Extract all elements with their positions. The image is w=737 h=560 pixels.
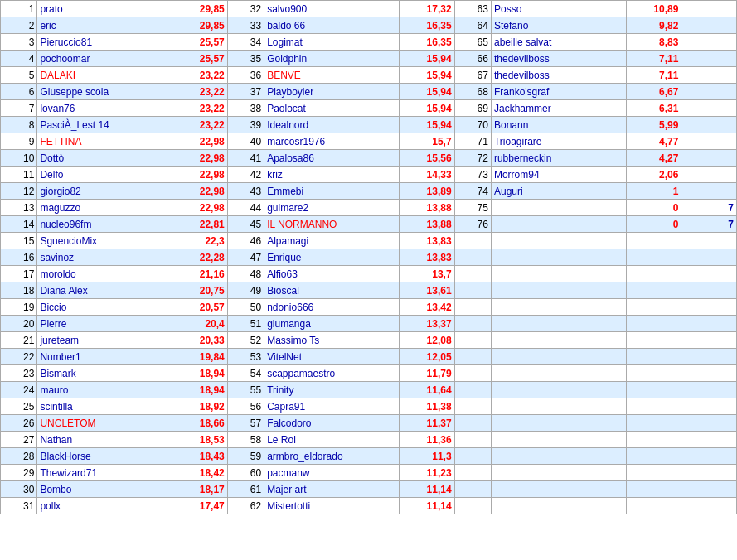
player-score-1: 18,53 — [172, 432, 228, 448]
rank-3: 76 — [454, 216, 491, 233]
rank-3 — [454, 481, 491, 498]
player-score-2: 15,94 — [399, 117, 454, 133]
rank-3 — [454, 415, 491, 432]
player-score-1: 18,43 — [172, 448, 228, 465]
player-score-2: 13,61 — [399, 282, 454, 299]
player-score-1: 29,85 — [172, 17, 228, 34]
player-score-3 — [626, 282, 681, 299]
player-score-1: 22,98 — [172, 167, 228, 183]
player-name-2: Falcodoro — [264, 415, 400, 432]
rank-3: 73 — [454, 167, 491, 183]
rank-3: 64 — [454, 17, 491, 34]
table-row: 7lovan7623,2238Paolocat15,9469Jackhammer… — [1, 100, 737, 117]
player-extra-3 — [681, 1, 737, 17]
player-score-3: 7,11 — [626, 67, 681, 84]
player-score-2: 16,35 — [399, 17, 454, 34]
player-score-3 — [626, 465, 681, 481]
table-row: 2eric29,8533baldo 6616,3564Stefano9,82 — [1, 17, 737, 34]
rank-3 — [454, 382, 491, 398]
table-row: 21jureteam20,3352Massimo Ts12,08 — [1, 332, 737, 349]
player-score-3: 2,06 — [626, 167, 681, 183]
rank-2: 42 — [227, 167, 264, 183]
player-name-1: giorgio82 — [37, 183, 172, 200]
player-score-2: 13,42 — [399, 299, 454, 316]
rank-2: 57 — [227, 415, 264, 432]
player-name-3 — [491, 216, 626, 233]
player-score-3 — [626, 415, 681, 432]
rank-3 — [454, 233, 491, 249]
rank-2: 53 — [227, 349, 264, 365]
player-name-1: maguzzo — [37, 200, 172, 216]
rank-2: 54 — [227, 365, 264, 382]
player-name-2: Massimo Ts — [264, 332, 400, 349]
player-name-3 — [491, 382, 626, 398]
player-score-1: 18,17 — [172, 481, 228, 498]
player-score-2: 16,35 — [399, 34, 454, 51]
table-row: 13maguzzo22,9844guimare213,887507 — [1, 200, 737, 216]
player-score-2: 13,83 — [399, 233, 454, 249]
player-extra-3 — [681, 183, 737, 200]
player-name-1: PasciÀ_Lest 14 — [37, 117, 172, 133]
player-name-2: Goldphin — [264, 51, 400, 67]
rank-3: 68 — [454, 84, 491, 100]
player-score-3: 4,77 — [626, 133, 681, 150]
player-extra-3 — [681, 282, 737, 299]
player-name-3: thedevilboss — [491, 51, 626, 67]
player-name-1: DALAKI — [37, 67, 172, 84]
player-score-3 — [626, 266, 681, 282]
rank-2: 55 — [227, 382, 264, 398]
player-name-3: Bonann — [491, 117, 626, 133]
rank-3: 71 — [454, 133, 491, 150]
rank-1: 23 — [1, 365, 37, 382]
player-score-2: 13,88 — [399, 216, 454, 233]
rank-2: 56 — [227, 398, 264, 415]
rank-1: 7 — [1, 100, 37, 117]
player-name-3: thedevilboss — [491, 67, 626, 84]
player-score-3: 10,89 — [626, 1, 681, 17]
player-name-1: Bombo — [37, 481, 172, 498]
player-name-2: pacmanw — [264, 465, 400, 481]
player-score-2: 13,83 — [399, 249, 454, 266]
player-name-3 — [491, 432, 626, 448]
player-extra-3 — [681, 249, 737, 266]
player-score-1: 18,66 — [172, 415, 228, 432]
player-name-3: Auguri — [491, 183, 626, 200]
player-score-1: 25,57 — [172, 51, 228, 67]
rank-3: 69 — [454, 100, 491, 117]
player-name-1: lovan76 — [37, 100, 172, 117]
player-name-2: guimare2 — [264, 200, 400, 216]
player-score-2: 15,94 — [399, 100, 454, 117]
rank-3 — [454, 448, 491, 465]
player-name-2: ndonio666 — [264, 299, 400, 316]
player-name-3 — [491, 200, 626, 216]
rank-1: 28 — [1, 448, 37, 465]
table-row: 10Dottò22,9841Apalosa8615,5672rubberneck… — [1, 150, 737, 167]
player-name-3 — [491, 282, 626, 299]
rank-3: 65 — [454, 34, 491, 51]
player-name-1: prato — [37, 1, 172, 17]
rank-1: 26 — [1, 415, 37, 432]
player-score-3 — [626, 432, 681, 448]
player-score-1: 22,3 — [172, 233, 228, 249]
player-name-2: Capra91 — [264, 398, 400, 415]
rank-3 — [454, 266, 491, 282]
player-score-3: 6,31 — [626, 100, 681, 117]
player-score-1: 22,98 — [172, 133, 228, 150]
rank-2: 39 — [227, 117, 264, 133]
rank-3: 75 — [454, 200, 491, 216]
rank-1: 17 — [1, 266, 37, 282]
rank-3 — [454, 398, 491, 415]
player-score-1: 22,98 — [172, 200, 228, 216]
player-extra-3: 7 — [681, 200, 737, 216]
table-row: 9FETTINA22,9840marcosr197615,771Trioagir… — [1, 133, 737, 150]
player-name-3: Stefano — [491, 17, 626, 34]
rank-3 — [454, 332, 491, 349]
rank-3: 72 — [454, 150, 491, 167]
player-name-2: Alfio63 — [264, 266, 400, 282]
player-name-2: baldo 66 — [264, 17, 400, 34]
player-name-2: armbro_eldorado — [264, 448, 400, 465]
player-extra-3 — [681, 498, 737, 514]
player-name-1: nucleo96fm — [37, 216, 172, 233]
player-score-2: 11,79 — [399, 365, 454, 382]
player-score-2: 15,94 — [399, 67, 454, 84]
